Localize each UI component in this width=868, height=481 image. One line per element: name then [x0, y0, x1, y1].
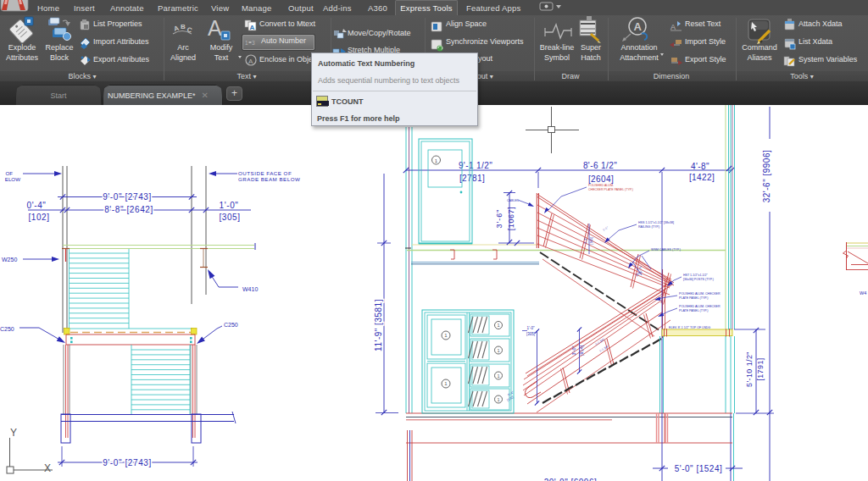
- svg-text:4'-8": 4'-8": [691, 162, 709, 171]
- svg-text:9'-0" [2743]: 9'-0" [2743]: [103, 458, 152, 467]
- svg-text:OUTSIDE FACE OF: OUTSIDE FACE OF: [238, 170, 292, 176]
- svg-text:CABLES: CABLES: [507, 199, 520, 202]
- svg-text:W4: W4: [860, 290, 866, 296]
- svg-text:11'-9" [3581]: 11'-9" [3581]: [374, 299, 383, 351]
- svg-text:20'-0" [6096]: 20'-0" [6096]: [544, 478, 598, 481]
- svg-text:Y: Y: [10, 427, 17, 439]
- svg-text:CHECKER PLATE PANEL (TYP.): CHECKER PLATE PANEL (TYP.): [588, 188, 633, 191]
- svg-text:RAILING (TYP.): RAILING (TYP.): [638, 225, 659, 229]
- svg-text:OF: OF: [5, 170, 13, 176]
- svg-text:POLISHED ALUM.: POLISHED ALUM.: [588, 184, 614, 187]
- svg-text:[1422]: [1422]: [689, 173, 715, 182]
- svg-text:ELOW: ELOW: [5, 176, 20, 182]
- svg-text:[305]: [305]: [219, 213, 240, 222]
- svg-text:1'-0": 1'-0": [527, 326, 535, 330]
- svg-text:C250: C250: [0, 326, 14, 332]
- svg-text:[305]: [305]: [526, 332, 535, 336]
- svg-text:9'-0" [2743]: 9'-0" [2743]: [103, 192, 152, 202]
- svg-text:9'-1 1/2": 9'-1 1/2": [459, 161, 492, 170]
- svg-text:[1067]: [1067]: [507, 207, 515, 231]
- svg-text:1: 1: [444, 333, 448, 338]
- svg-text:1: 1: [497, 348, 499, 353]
- svg-text:[1791]: [1791]: [756, 357, 765, 380]
- svg-text:5'-0" [1524]: 5'-0" [1524]: [675, 464, 723, 473]
- svg-text:POLISHED ALUM. CHECKER: POLISHED ALUM. CHECKER: [679, 292, 721, 296]
- svg-text:W250: W250: [2, 257, 17, 263]
- svg-text:[102]: [102]: [28, 213, 49, 222]
- svg-text:GRADE BEAM BELOW: GRADE BEAM BELOW: [238, 176, 300, 182]
- svg-text:1: 1: [444, 381, 448, 386]
- svg-text:ELEV. 8'-1 1/2" TOP OF LNDG: ELEV. 8'-1 1/2" TOP OF LNDG: [669, 326, 710, 329]
- svg-text:[2604]: [2604]: [588, 174, 614, 184]
- svg-text:1'-1": 1'-1": [602, 225, 609, 231]
- svg-text:X: X: [44, 462, 51, 474]
- svg-text:32'-6" [9906]: 32'-6" [9906]: [762, 150, 771, 203]
- svg-text:1: 1: [497, 373, 499, 379]
- svg-text:PLATE PANEL (TYP.): PLATE PANEL (TYP.): [679, 309, 708, 312]
- svg-text:[102]: [102]: [506, 395, 514, 402]
- svg-text:5'-10 1/2": 5'-10 1/2": [745, 351, 754, 387]
- svg-text:1: 1: [497, 323, 499, 328]
- svg-text:C250: C250: [224, 322, 238, 328]
- svg-text:WSM CABLES (TYP.): WSM CABLES (TYP.): [651, 248, 681, 252]
- svg-text:3'-6": 3'-6": [495, 209, 504, 229]
- svg-text:1: 1: [435, 158, 438, 163]
- svg-text:W410: W410: [242, 286, 258, 292]
- svg-text:1'-0": 1'-0": [220, 201, 239, 210]
- svg-text:[965]: [965]: [589, 237, 593, 245]
- svg-text:POLISHED ALUM. CHECKER: POLISHED ALUM. CHECKER: [679, 305, 721, 308]
- svg-text:[914]: [914]: [579, 345, 584, 356]
- svg-text:1: 1: [497, 397, 499, 402]
- svg-text:3'-2": 3'-2": [583, 236, 587, 244]
- svg-text:HSS 1-1/2"x1-1/2" [38x38]: HSS 1-1/2"x1-1/2" [38x38]: [638, 221, 674, 224]
- svg-text:8'-8" [2642]: 8'-8" [2642]: [104, 205, 153, 214]
- svg-text:0'-4": 0'-4": [27, 201, 47, 210]
- svg-text:3'-0": 3'-0": [571, 346, 576, 355]
- svg-text:PLATE PANEL (TYP.): PLATE PANEL (TYP.): [679, 296, 708, 300]
- svg-text:HST 1-1/2"x1-1/2": HST 1-1/2"x1-1/2": [683, 274, 709, 277]
- svg-text:[36x36] POSTS (TYP.): [36x36] POSTS (TYP.): [683, 278, 714, 281]
- svg-text:8'-6 1/2": 8'-6 1/2": [583, 161, 617, 170]
